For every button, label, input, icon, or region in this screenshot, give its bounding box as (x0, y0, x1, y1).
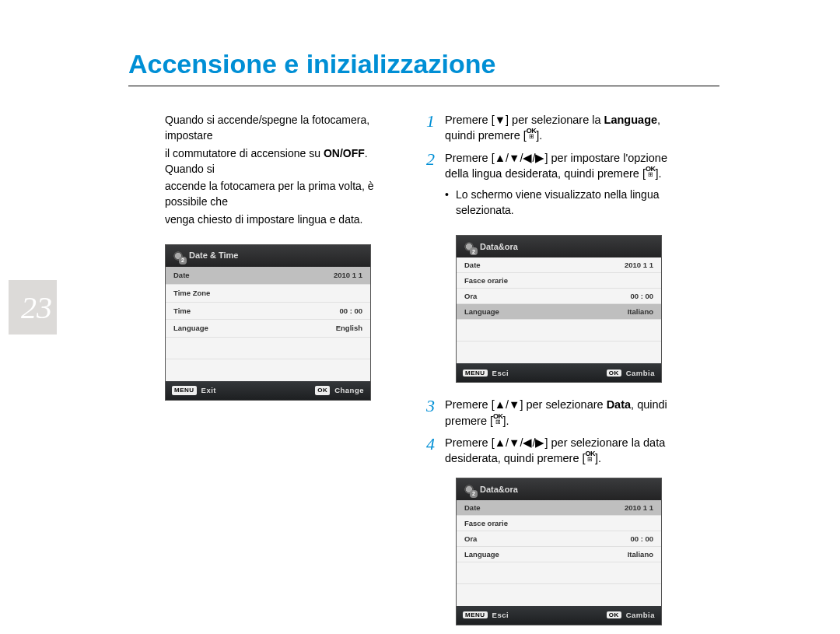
screenshot-header: 2 Date & Time (166, 245, 370, 267)
table-row: LanguageItaliano (457, 547, 661, 562)
step-4: 4 Premere [▲/▼/◀/▶] per selezionare la d… (426, 435, 719, 467)
table-row: Time Zone (166, 285, 370, 303)
intro-line4: venga chiesto di impostare lingua e data… (165, 212, 403, 227)
table-row: Date 2010 1 1 (166, 267, 370, 285)
menu-key: MENU (463, 370, 488, 377)
table-row (166, 338, 370, 359)
intro-line2: il commutatore di accensione su ON/OFF. … (165, 145, 403, 177)
step-number: 3 (426, 397, 445, 415)
step-2: 2 Premere [▲/▼/◀/▶] per impostare l'opzi… (426, 150, 719, 182)
screenshot-title: Date & Time (189, 250, 238, 262)
table-row (166, 359, 370, 381)
gear-icon: 2 (172, 250, 184, 262)
esci-label: Esci (492, 611, 509, 619)
screenshot-data-ora-1: 2 Data&ora Date2010 1 1 Fasce orarie Ora… (456, 235, 662, 383)
table-row (457, 584, 661, 606)
screenshot-body: Date 2010 1 1 Time Zone Time 00 : 00 Lan… (166, 267, 370, 381)
screenshot-footer: MENU Exit OK Change (166, 381, 370, 400)
ok-icon: OK⊞ (527, 128, 537, 139)
exit-label: Exit (201, 385, 216, 396)
screenshot-body: Date2010 1 1 Fasce orarie Ora00 : 00 Lan… (457, 500, 661, 606)
ok-icon: OK⊞ (493, 413, 503, 425)
intro-line3: accende la fotocamera per la prima volta… (165, 178, 403, 210)
step-2-bullet: Lo schermo viene visualizzato nella ling… (456, 187, 719, 218)
ok-key: OK (607, 611, 621, 618)
table-row: Fasce orarie (457, 273, 661, 289)
ok-key: OK (607, 370, 621, 377)
step-number: 1 (426, 112, 445, 131)
screenshot-footer: MENUEsci OKCambia (457, 363, 661, 382)
table-row: Language English (166, 320, 370, 338)
page-title: Accensione e inizializzazione (128, 49, 495, 79)
cambia-label: Cambia (626, 369, 655, 377)
table-row (457, 562, 661, 584)
cambia-label: Cambia (626, 611, 655, 619)
change-label: Change (334, 385, 364, 396)
step-3: 3 Premere [▲/▼] per selezionare Data, qu… (426, 397, 719, 429)
table-row (457, 320, 661, 342)
table-row: Time 00 : 00 (166, 303, 370, 321)
step-1: 1 Premere [▼] per selezionare la Languag… (426, 112, 719, 144)
ok-icon: OK⊞ (646, 166, 656, 177)
page-divider (128, 86, 719, 86)
page-number: 23 (9, 280, 57, 335)
table-row: Fasce orarie (457, 516, 661, 531)
esci-label: Esci (492, 369, 509, 377)
step-number: 2 (426, 150, 445, 169)
table-row: Ora00 : 00 (457, 289, 661, 304)
screenshot-body: Date2010 1 1 Fasce orarie Ora00 : 00 Lan… (457, 257, 661, 363)
menu-key: MENU (172, 386, 197, 395)
table-row: LanguageItaliano (457, 304, 661, 320)
screenshot-header: 2 Data&ora (457, 236, 661, 257)
ok-icon: OK⊞ (586, 450, 596, 462)
gear-icon: 2 (463, 483, 475, 496)
screenshot-data-ora-2: 2 Data&ora Date2010 1 1 Fasce orarie Ora… (456, 478, 662, 625)
screenshot-title: Data&ora (480, 485, 518, 494)
table-row: Date2010 1 1 (457, 500, 661, 516)
step-number: 4 (426, 435, 445, 454)
screenshot-title: Data&ora (480, 242, 518, 251)
intro-line1: Quando si accende/spegne la fotocamera, … (165, 112, 403, 144)
screenshot-footer: MENUEsci OKCambia (457, 606, 661, 625)
menu-key: MENU (463, 611, 488, 618)
gear-icon: 2 (463, 240, 475, 253)
ok-key: OK (315, 386, 330, 395)
left-column: Quando si accende/spegne la fotocamera, … (165, 112, 403, 401)
right-column: 1 Premere [▼] per selezionare la Languag… (426, 112, 719, 634)
screenshot-header: 2 Data&ora (457, 478, 661, 500)
table-row: Ora00 : 00 (457, 531, 661, 547)
screenshot-date-time: 2 Date & Time Date 2010 1 1 Time Zone Ti… (165, 244, 371, 401)
table-row: Date2010 1 1 (457, 257, 661, 273)
table-row (457, 342, 661, 363)
